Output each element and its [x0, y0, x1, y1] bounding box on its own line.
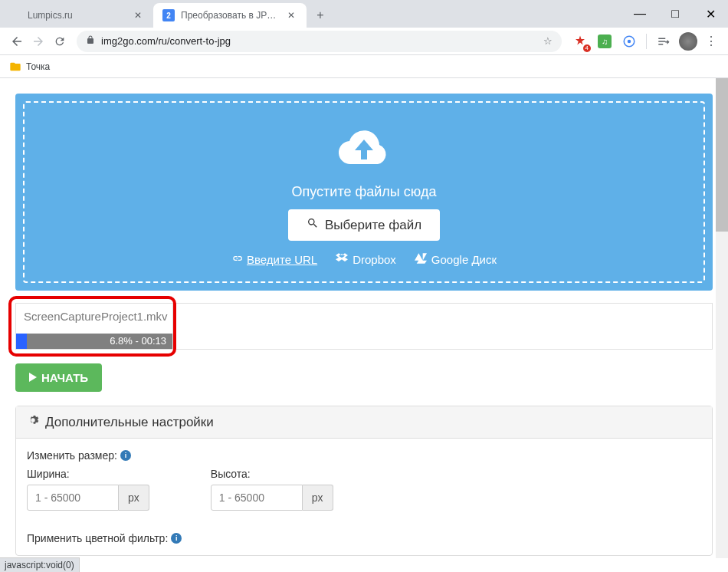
width-input[interactable]	[27, 485, 119, 511]
scrollbar[interactable]	[716, 78, 728, 558]
page-content: Опустите файлы сюда Выберите файл Введит…	[0, 78, 728, 558]
scrollbar-thumb[interactable]	[716, 78, 728, 232]
extension-icon[interactable]: 4	[569, 31, 591, 52]
color-filter-label: Применить цветной фильтр: i	[27, 532, 701, 544]
progress-text: 6.8% - 00:13	[110, 335, 166, 347]
gear-icon	[27, 414, 39, 430]
tab-title: Lumpics.ru	[28, 10, 127, 21]
tab-title: Преобразовать в JPG — Конвер	[181, 10, 280, 21]
dropzone-inner: Опустите файлы сюда Выберите файл Введит…	[23, 101, 705, 283]
chevron-right-icon	[29, 371, 37, 384]
google-drive-link[interactable]: Google Диск	[415, 253, 497, 266]
settings-body: Изменить размер: i Ширина: px Высота: px	[16, 439, 712, 555]
close-window-button[interactable]: ✕	[693, 0, 728, 28]
close-icon[interactable]: ✕	[285, 9, 297, 21]
google-drive-icon	[415, 253, 427, 266]
file-name: ScreenCaptureProject1.mkv	[16, 304, 172, 329]
dropbox-icon	[336, 253, 348, 266]
link-icon	[231, 253, 242, 266]
new-tab-button[interactable]: +	[310, 5, 331, 26]
start-button[interactable]: НАЧАТЬ	[15, 363, 102, 392]
width-field: Ширина: px	[27, 468, 149, 511]
resize-label: Изменить размер: i	[27, 449, 701, 462]
browser-titlebar: Lumpics.ru ✕ 2 Преобразовать в JPG — Кон…	[0, 0, 728, 28]
height-field: Высота: px	[211, 468, 333, 511]
height-label: Высота:	[211, 468, 333, 480]
folder-icon	[9, 61, 21, 73]
upload-progress: 6.8% - 00:13	[16, 334, 172, 349]
file-cell: ScreenCaptureProject1.mkv 6.8% - 00:13	[16, 304, 173, 349]
svg-point-1	[628, 39, 631, 43]
bookmark-label: Точка	[26, 61, 50, 72]
dropzone-text: Опустите файлы сюда	[25, 184, 703, 200]
tab-img2go[interactable]: 2 Преобразовать в JPG — Конвер ✕	[153, 3, 307, 28]
dropzone[interactable]: Опустите файлы сюда Выберите файл Введит…	[15, 94, 713, 291]
info-icon[interactable]: i	[120, 450, 131, 461]
extension-icon[interactable]	[618, 31, 640, 52]
enter-url-link[interactable]: Введите URL	[231, 253, 317, 266]
separator	[646, 34, 647, 49]
file-upload-row: ScreenCaptureProject1.mkv 6.8% - 00:13	[15, 303, 713, 350]
select-file-button[interactable]: Выберите файл	[288, 209, 440, 241]
progress-fill	[16, 334, 27, 349]
settings-panel: Дополнительные настройки Изменить размер…	[15, 406, 713, 556]
dropbox-link[interactable]: Dropbox	[336, 253, 396, 266]
width-label: Ширина:	[27, 468, 149, 480]
back-button[interactable]	[6, 31, 28, 52]
unit-label: px	[303, 485, 333, 511]
tab-lumpics[interactable]: Lumpics.ru ✕	[0, 3, 153, 28]
close-icon[interactable]: ✕	[132, 9, 144, 21]
browser-toolbar: img2go.com/ru/convert-to-jpg ☆ 4 ♫ ⋮	[0, 28, 728, 55]
reload-button[interactable]	[49, 31, 71, 52]
window-controls: — □ ✕	[622, 0, 728, 28]
minimize-button[interactable]: —	[622, 0, 657, 28]
bookmark-folder[interactable]: Точка	[9, 61, 50, 73]
settings-title: Дополнительные настройки	[45, 415, 214, 430]
bookmarks-bar: Точка	[0, 55, 728, 78]
unit-label: px	[119, 485, 149, 511]
dimensions-row: Ширина: px Высота: px	[27, 468, 701, 511]
lock-icon	[86, 35, 95, 47]
maximize-button[interactable]: □	[657, 0, 693, 28]
forward-button[interactable]	[28, 31, 49, 52]
url-text: img2go.com/ru/convert-to-jpg	[101, 35, 231, 47]
file-row-spacer	[173, 304, 712, 349]
settings-header[interactable]: Дополнительные настройки	[16, 406, 712, 439]
reading-list-icon[interactable]	[653, 31, 674, 52]
favicon-lumpics	[9, 9, 21, 21]
profile-avatar[interactable]	[679, 32, 697, 51]
favicon-img2go: 2	[162, 9, 175, 21]
address-bar[interactable]: img2go.com/ru/convert-to-jpg ☆	[77, 31, 562, 52]
info-icon[interactable]: i	[171, 533, 182, 544]
menu-button[interactable]: ⋮	[700, 31, 722, 52]
search-icon	[307, 217, 319, 233]
select-file-label: Выберите файл	[325, 218, 421, 233]
status-bar: javascript:void(0)	[0, 557, 80, 572]
dropzone-links: Введите URL Dropbox Google Диск	[25, 253, 703, 266]
extension-icon[interactable]: ♫	[594, 31, 615, 52]
start-label: НАЧАТЬ	[41, 371, 88, 384]
cloud-upload-icon	[333, 126, 395, 175]
star-icon[interactable]: ☆	[543, 35, 553, 47]
height-input[interactable]	[211, 485, 303, 511]
